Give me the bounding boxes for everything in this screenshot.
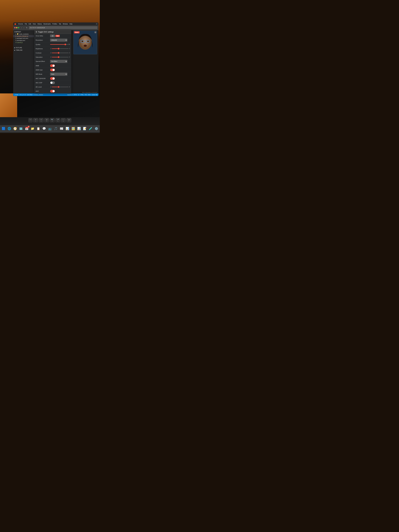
dock-apps[interactable]: 📋 (36, 126, 41, 131)
aec-sensor-toggle[interactable] (50, 77, 55, 80)
key-f6[interactable]: ☾ F6 (61, 118, 66, 123)
minimize-window-button[interactable] (16, 27, 17, 28)
sidebar-item-node-modules[interactable]: ▶ 📁 node_modules (13, 33, 34, 35)
menu-help[interactable]: Help (70, 23, 72, 25)
awb-gain-toggle[interactable] (50, 69, 55, 71)
aec-dsp-toggle[interactable] (50, 81, 55, 84)
quality-thumb[interactable] (64, 44, 66, 45)
awb-knob (52, 65, 55, 67)
menu-history[interactable]: History (37, 23, 42, 25)
ae-level-min: -2 (50, 86, 51, 88)
status-node-modules[interactable]: ⊙ Node_Modules (34, 94, 43, 95)
agc-toggle[interactable] (50, 90, 55, 93)
brightness-label: Brightness (36, 48, 50, 50)
dock-music[interactable]: 🎵 (53, 126, 58, 131)
hand-area (0, 93, 17, 117)
menu-window[interactable]: Window (63, 23, 68, 25)
contrast-slider[interactable] (52, 53, 69, 53)
back-button[interactable]: ‹ (21, 26, 22, 29)
menu-profiles[interactable]: Profiles (52, 23, 57, 25)
close-preview-button[interactable]: × (94, 31, 96, 33)
dock-news[interactable]: 📰 (59, 126, 64, 131)
fullscreen-window-button[interactable] (18, 27, 19, 28)
xclk-input[interactable] (50, 35, 55, 37)
save-button[interactable]: Save (74, 31, 80, 33)
sidebar-item-camera-stream[interactable]: {} camera_stream.js (13, 35, 34, 37)
quality-control: 63 (50, 44, 70, 45)
aec-sensor-row: AEC SENSOR (34, 76, 71, 81)
dock-keynote[interactable]: 📊 (76, 126, 82, 131)
ae-level-slider[interactable] (52, 87, 69, 87)
timeline-chevron-icon: ▶ (14, 50, 15, 51)
menu-view[interactable]: View (33, 23, 36, 25)
key-f5[interactable]: 🎤 F5 (55, 118, 60, 123)
key-f5-label: F5 (57, 121, 58, 122)
resolution-select[interactable]: 240x240 320x240 640x480 (50, 39, 67, 42)
status-live-share[interactable]: Live Share (27, 94, 33, 95)
vscode-statusbar: ⎇ main ⊘ 0 △ 0 ⚠ 0 Live Share ⊙ Node_Mod… (13, 93, 98, 96)
project-title: CAMTEST (13, 31, 34, 33)
awb-control (50, 64, 70, 67)
dock-finder[interactable]: 🔵 (0, 126, 0, 131)
dock-zoom[interactable]: 🔍 (100, 126, 100, 131)
wb-mode-control: Auto Sunny Cloudy Office Home (50, 73, 70, 76)
dock-launchpad[interactable]: 🟦 (1, 126, 6, 131)
menu-bookmarks[interactable]: Bookmarks (44, 23, 51, 25)
json-file-icon: {} (15, 38, 16, 39)
awb-toggle[interactable] (50, 64, 55, 67)
dock-safari[interactable]: 🧭 (13, 126, 18, 131)
key-f4[interactable]: 🔍 F4 (50, 118, 55, 123)
key-f3[interactable]: ⊞ F3 (44, 118, 49, 123)
sidebar-item-server[interactable]: JS server.js (13, 41, 34, 44)
key-f1[interactable]: ☀ F1 (33, 118, 38, 123)
saturation-thumb[interactable] (58, 56, 59, 58)
laptop-screen: 🍎 Chrome File Edit View History Bookmark… (13, 22, 98, 96)
calendar-badge: 3 (28, 126, 30, 128)
contrast-thumb[interactable] (58, 52, 59, 54)
xclk-set-button[interactable]: Set (55, 35, 60, 37)
saturation-slider[interactable] (52, 57, 69, 57)
agc-row: AGC (34, 89, 71, 93)
brightness-fill (52, 48, 59, 49)
key-esc[interactable]: esc (29, 118, 32, 123)
aec-sensor-knob (52, 77, 55, 80)
key-f7[interactable]: ⏮ F7 (66, 118, 71, 123)
xclk-row: XCLK MHz Set (34, 34, 71, 38)
brightness-slider[interactable] (52, 48, 69, 49)
apple-menu[interactable]: 🍎 (14, 23, 16, 25)
dock-pages[interactable]: 📝 (82, 126, 87, 131)
dock-photos[interactable]: 🖼️ (70, 126, 76, 131)
dock-files[interactable]: 📁 (30, 126, 35, 131)
sidebar-item-package-lock[interactable]: {} package-lock.json (13, 37, 34, 39)
key-f2[interactable]: ☀ F2 (39, 118, 44, 123)
menu-file[interactable]: File (25, 23, 27, 25)
key-esc-label: esc (30, 119, 31, 120)
menu-edit[interactable]: Edit (29, 23, 31, 25)
js-file-icon: {} (15, 36, 16, 37)
quality-slider[interactable] (50, 44, 68, 45)
dock-messages[interactable]: 💬 (41, 126, 47, 131)
status-branch[interactable]: ⎇ main (14, 94, 19, 95)
dock-appstore[interactable]: 🧪 (88, 126, 93, 131)
dock-settings[interactable]: ⚙️ (94, 126, 99, 131)
reload-button[interactable]: ↻ (25, 26, 28, 29)
special-effect-select[interactable]: No Effect Negative Grayscale Red Tint Gr… (50, 60, 67, 63)
forward-button[interactable]: › (23, 26, 25, 29)
wb-mode-select[interactable]: Auto Sunny Cloudy Office Home (50, 73, 67, 76)
menu-chrome[interactable]: Chrome (18, 23, 23, 25)
dock-calendar[interactable]: 📅 3 (24, 126, 29, 131)
dock-chrome[interactable]: 🌐 (6, 126, 12, 131)
dock-tv[interactable]: 📺 (47, 126, 52, 131)
ae-level-thumb[interactable] (58, 86, 59, 88)
address-bar[interactable]: Not Secure 18.25.24.24 (29, 26, 97, 29)
contrast-fill (52, 53, 59, 53)
sidebar-item-package[interactable]: {} package.json (13, 39, 34, 41)
menu-bar-right: 15 (96, 23, 97, 25)
close-window-button[interactable] (14, 27, 16, 28)
brightness-thumb[interactable] (58, 48, 59, 50)
dock-maps[interactable]: 🗺️ (18, 126, 24, 131)
traffic-lights (14, 27, 19, 28)
menu-tab[interactable]: Tab (59, 23, 61, 25)
brightness-row: Brightness -2 2 (34, 47, 71, 51)
dock-numbers[interactable]: 📊 (65, 126, 70, 131)
